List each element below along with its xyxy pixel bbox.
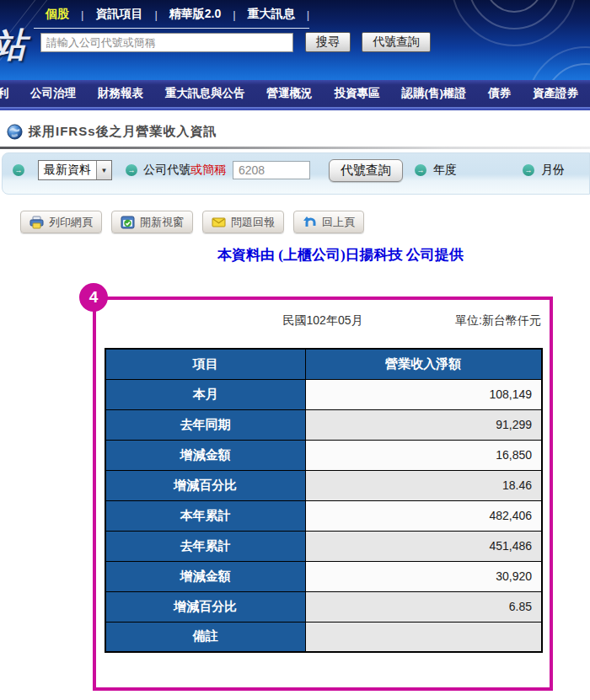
- row-value: 30,920: [305, 561, 542, 591]
- top-nav-item-stock[interactable]: 個股: [34, 7, 81, 22]
- main-nav-item-bonds[interactable]: 債券: [477, 86, 522, 101]
- table-row: 增減百分比 6.85: [105, 591, 542, 622]
- arrow-bullet-icon: →: [126, 164, 137, 176]
- arrow-bullet-icon: →: [13, 164, 24, 176]
- back-button-label: 回上頁: [322, 215, 355, 230]
- row-label: 備註: [105, 622, 305, 652]
- new-window-button[interactable]: 開新視窗: [111, 211, 193, 233]
- month-label[interactable]: 月份: [541, 163, 565, 178]
- row-label: 本月: [105, 379, 305, 409]
- arrow-bullet-icon: →: [415, 164, 426, 176]
- toolbar: 列印網頁 開新視窗 問題回報: [20, 211, 364, 233]
- row-label: 去年累計: [105, 531, 305, 561]
- main-nav-item-warrants[interactable]: 認購(售)權證: [391, 86, 478, 101]
- table-row: 去年同期 91,299: [105, 409, 542, 440]
- filter-row: → 最新資料 ▼ → 公司代號或簡稱 代號查詢 → 年度 → 月份: [3, 159, 589, 181]
- row-value: 451,486: [305, 531, 542, 561]
- table-row: 去年累計 451,486: [105, 531, 542, 561]
- main-nav-item-operations[interactable]: 營運概況: [256, 86, 324, 101]
- row-value: 16,850: [305, 440, 542, 470]
- new-window-button-label: 開新視窗: [140, 215, 184, 230]
- provider-notice: 本資料由 (上櫃公司)日揚科技 公司提供: [217, 245, 464, 265]
- top-nav-item-essence[interactable]: 精華版2.0: [158, 7, 233, 22]
- site-logo: 站: [0, 22, 26, 68]
- main-nav-item-major-news[interactable]: 重大訊息與公告: [154, 86, 256, 101]
- year-label[interactable]: 年度: [433, 163, 457, 178]
- header-search-row: 搜尋 代號查詢: [40, 32, 431, 52]
- print-button-label: 列印網頁: [49, 215, 93, 230]
- main-nav-item-securitization[interactable]: 資產證券: [522, 86, 589, 101]
- row-value: 108,149: [305, 379, 542, 409]
- row-label: 增減金額: [105, 440, 305, 470]
- print-button[interactable]: 列印網頁: [20, 211, 102, 233]
- main-nav-item-governance[interactable]: 公司治理: [19, 86, 87, 101]
- page-title: 採用IFRSs後之月營業收入資訊: [29, 124, 217, 140]
- company-code-label-black: 公司代號: [143, 163, 190, 176]
- row-value: 482,406: [305, 500, 542, 531]
- report-caption: 民國102年05月 單位:新台幣仟元: [105, 313, 541, 330]
- table-row: 本年累計 482,406: [105, 500, 542, 531]
- main-nav-item-financial-reports[interactable]: 財務報表: [87, 86, 154, 101]
- row-value: 18.46: [305, 470, 542, 500]
- printer-icon: [30, 216, 44, 229]
- page: 站 個股 | 資訊項目 | 精華版2.0 | 重大訊息 | 搜尋 代號查詢 股利…: [0, 0, 590, 700]
- company-code-label-red: 或簡稱: [190, 163, 226, 176]
- main-nav-item-dividend[interactable]: 股利: [0, 86, 19, 101]
- code-lookup-button[interactable]: 代號查詢: [329, 159, 403, 182]
- feedback-button-label: 問題回報: [231, 215, 275, 230]
- row-label: 增減金額: [105, 561, 305, 591]
- report-box: 4 民國102年05月 單位:新台幣仟元 項目 營業收入淨額 本月 108,14…: [93, 297, 553, 691]
- row-value: 91,299: [305, 409, 542, 440]
- back-arrow-icon: [303, 216, 317, 229]
- report-unit: 單位:新台幣仟元: [455, 313, 541, 329]
- title-divider: [0, 147, 590, 149]
- search-button[interactable]: 搜尋: [305, 32, 351, 52]
- title-row: 採用IFRSs後之月營業收入資訊: [7, 124, 217, 140]
- dataset-select-value: 最新資料: [39, 163, 96, 178]
- row-label: 去年同期: [105, 409, 305, 440]
- company-search-input[interactable]: [40, 33, 293, 52]
- company-code-input[interactable]: [233, 161, 310, 179]
- globe-icon: [7, 124, 23, 140]
- top-nav-item-major-news[interactable]: 重大訊息: [236, 7, 307, 22]
- table-header-row: 項目 營業收入淨額: [105, 349, 542, 379]
- step-badge: 4: [79, 283, 108, 312]
- company-code-label: 公司代號或簡稱: [143, 163, 226, 178]
- back-button[interactable]: 回上頁: [293, 211, 364, 233]
- column-header-net-revenue: 營業收入淨額: [305, 349, 542, 379]
- arrow-bullet-icon: →: [523, 164, 534, 176]
- feedback-button[interactable]: 問題回報: [202, 211, 284, 233]
- row-label: 本年累計: [105, 500, 305, 531]
- top-nav-item-info[interactable]: 資訊項目: [83, 7, 154, 22]
- top-nav: 個股 | 資訊項目 | 精華版2.0 | 重大訊息 |: [34, 7, 309, 29]
- table-row: 增減百分比 18.46: [105, 470, 542, 500]
- nav-separator: |: [307, 8, 309, 21]
- revenue-table: 項目 營業收入淨額 本月 108,149 去年同期 91,299 增減金額 16…: [105, 348, 543, 653]
- new-window-icon: [121, 216, 135, 229]
- filter-bar: → 最新資料 ▼ → 公司代號或簡稱 代號查詢 → 年度 → 月份: [2, 152, 590, 195]
- dataset-select[interactable]: 最新資料 ▼: [38, 160, 112, 180]
- row-label: 增減百分比: [105, 591, 305, 622]
- table-row: 備註: [105, 622, 542, 652]
- row-label: 增減百分比: [105, 470, 305, 500]
- row-value: 6.85: [305, 591, 542, 622]
- row-value: [305, 622, 542, 652]
- main-nav-item-investor-zone[interactable]: 投資專區: [324, 86, 391, 101]
- main-nav: 股利 公司治理 財務報表 重大訊息與公告 營運概況 投資專區 認購(售)權證 債…: [0, 80, 590, 107]
- envelope-icon: [212, 216, 226, 229]
- nav-accent-strip: [0, 107, 590, 110]
- chevron-down-icon[interactable]: ▼: [96, 161, 111, 179]
- header-code-lookup-button[interactable]: 代號查詢: [362, 32, 431, 52]
- column-header-item: 項目: [105, 349, 305, 379]
- table-row: 增減金額 30,920: [105, 561, 542, 591]
- site-header: 站 個股 | 資訊項目 | 精華版2.0 | 重大訊息 | 搜尋 代號查詢: [0, 0, 590, 80]
- table-row: 增減金額 16,850: [105, 440, 542, 470]
- table-row: 本月 108,149: [105, 379, 542, 409]
